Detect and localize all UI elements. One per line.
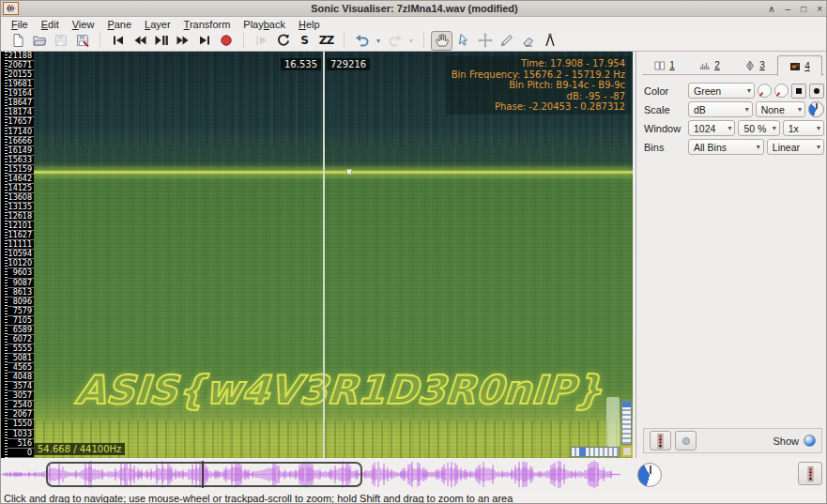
new-file-button[interactable] <box>7 31 28 51</box>
redo-button[interactable] <box>384 31 406 51</box>
menu-help[interactable]: Help <box>292 19 327 30</box>
show-toggle-led[interactable] <box>804 435 816 447</box>
window-size-select[interactable]: 1024 <box>688 120 735 136</box>
undo-dropdown-button[interactable]: ▾ <box>373 31 384 51</box>
title-bar[interactable]: Sonic Visualiser: 7zlMna14.wav (modified… <box>1 1 827 17</box>
properties-panel: 1234 Color Green Scale dB <box>636 52 827 458</box>
select-tool-button[interactable] <box>452 31 474 51</box>
color-rotation-knob[interactable] <box>758 84 772 98</box>
freq-tick-label: 5081 <box>8 354 34 363</box>
menu-file[interactable]: File <box>5 19 35 30</box>
close-button[interactable]: × <box>817 1 822 17</box>
toggle-square-button[interactable] <box>791 84 806 99</box>
menu-edit[interactable]: Edit <box>35 19 66 30</box>
tab-4[interactable]: 4 <box>777 55 822 76</box>
menu-transform[interactable]: Transform <box>177 19 237 30</box>
freq-tick-label: 7579 <box>8 307 34 316</box>
bins-select[interactable]: All Bins <box>688 139 764 155</box>
save-as-button[interactable] <box>71 31 93 51</box>
freq-tick-label: 6072 <box>8 335 34 344</box>
solo-button[interactable]: S <box>294 31 315 51</box>
freq-tick-label: 18174 <box>8 108 34 117</box>
skip-start-icon <box>111 33 126 48</box>
normalize-select[interactable]: None <box>756 101 805 117</box>
tab-3[interactable]: 3 <box>732 55 777 74</box>
gain-knob[interactable] <box>808 101 824 117</box>
menu-playback[interactable]: Playback <box>237 19 292 30</box>
undo-icon <box>355 33 370 48</box>
bin-mapping-select[interactable]: Linear <box>767 139 824 155</box>
bins-label: Bins <box>644 142 685 153</box>
reset-zoom-button[interactable] <box>621 446 633 457</box>
vertical-zoom-wheel[interactable] <box>621 401 632 445</box>
level-meter-icon <box>807 466 814 481</box>
toolbar-separator <box>100 33 100 48</box>
skip-start-button[interactable] <box>107 31 129 51</box>
spectrogram-pane[interactable]: ASIS{w4V3R1D3R0nIP} 16.535 729216 Time: … <box>34 52 633 458</box>
menu-bar: FileEditViewPaneLayerTransformPlaybackHe… <box>1 18 827 30</box>
undo-button[interactable] <box>351 31 373 51</box>
color-select[interactable]: Green <box>688 83 755 99</box>
navigate-tool-button[interactable] <box>431 31 452 51</box>
select-tool-icon <box>456 33 471 48</box>
window-controls: ∧–□× <box>768 1 822 17</box>
minimize-button[interactable]: – <box>786 1 791 17</box>
erase-tool-button[interactable] <box>517 31 539 51</box>
horizontal-zoom-wheel[interactable] <box>571 447 620 457</box>
scale-select[interactable]: dB <box>688 101 753 117</box>
tab-1[interactable]: 1 <box>642 55 687 74</box>
status-bar: Click and drag to navigate; use mouse-wh… <box>1 493 827 504</box>
maximize-button[interactable]: □ <box>801 1 806 17</box>
oversampling-value: 1x <box>789 123 799 134</box>
freq-tick-label: 15159 <box>8 165 34 175</box>
shade-button[interactable]: ∧ <box>768 1 774 17</box>
freq-tick-label: 2540 <box>8 401 34 410</box>
toolbar-group: ▾▾ <box>351 31 417 51</box>
window-overlap-select[interactable]: 50 % <box>738 120 779 136</box>
menu-view[interactable]: View <box>66 19 101 30</box>
skip-end-button[interactable] <box>193 31 215 51</box>
color-row: Color Green <box>644 82 824 99</box>
playback-level-button[interactable] <box>650 431 671 451</box>
pan-button[interactable] <box>675 431 697 451</box>
play-selection-button[interactable] <box>251 31 272 51</box>
fast-forward-button[interactable] <box>172 31 193 51</box>
align-icon: ZZ <box>319 34 333 47</box>
frequency-axis[interactable]: 2118820671201551968119164186471817417657… <box>1 52 34 458</box>
playhead-line[interactable] <box>323 52 325 458</box>
draw-tool-button[interactable] <box>496 31 517 51</box>
playback-speed-knob[interactable] <box>637 463 662 487</box>
solo-icon: S <box>300 34 309 47</box>
open-file-button[interactable] <box>28 31 50 51</box>
open-file-icon <box>32 33 47 48</box>
toggle-dot-button[interactable] <box>809 84 824 99</box>
loop-button[interactable] <box>272 31 294 51</box>
redo-dropdown-button[interactable]: ▾ <box>406 31 417 51</box>
freq-tick-label: 3574 <box>8 382 34 391</box>
redo-icon <box>388 33 403 48</box>
save-button[interactable] <box>50 31 71 51</box>
freq-tick-label: 20155 <box>8 70 34 80</box>
menu-layer[interactable]: Layer <box>138 19 177 30</box>
color-threshold-knob[interactable] <box>774 84 789 98</box>
oversampling-select[interactable]: 1x <box>783 120 824 136</box>
freq-tick-label: 10594 <box>8 250 34 259</box>
overview-zone <box>1 458 827 493</box>
loop-icon <box>276 33 291 48</box>
save-as-icon <box>75 33 90 48</box>
measure-tool-button[interactable] <box>539 31 560 51</box>
record-button[interactable] <box>215 31 237 51</box>
rewind-button[interactable] <box>129 31 150 51</box>
play-pause-button[interactable] <box>150 31 172 51</box>
align-button[interactable]: ZZ <box>315 31 337 51</box>
bin-info-overlay: Time: 17.908 - 17.954Bin Frequency: 1567… <box>446 56 631 115</box>
tone-line-marker <box>346 169 352 175</box>
freq-tick-label: 12101 <box>8 221 34 231</box>
edit-tool-button[interactable] <box>474 31 496 51</box>
tab-2[interactable]: 2 <box>687 55 732 74</box>
overview-view-rectangle[interactable] <box>46 462 362 487</box>
menu-pane[interactable]: Pane <box>100 19 138 30</box>
master-level-button[interactable] <box>798 462 822 485</box>
layer-control-bar: Show <box>643 428 822 453</box>
overview-playhead <box>202 461 204 488</box>
